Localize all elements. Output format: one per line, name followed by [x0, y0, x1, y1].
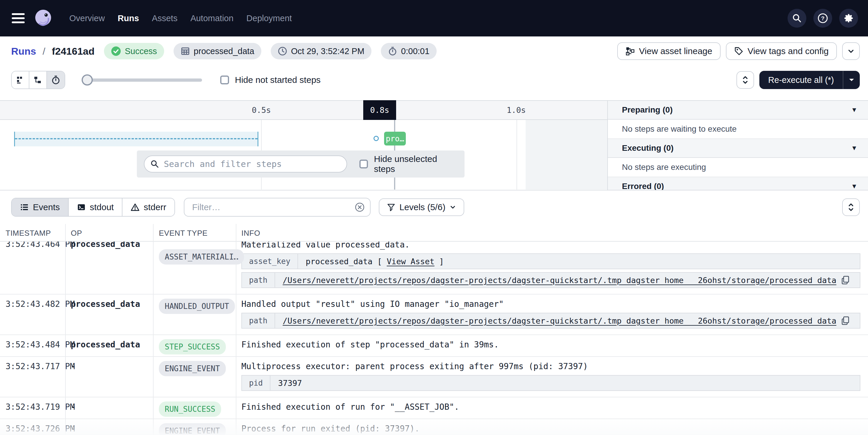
waterfall-view-icon [33, 76, 42, 84]
caret-down-icon [848, 78, 855, 82]
event-message: Process for run exited (pid: 37397). [241, 423, 860, 434]
slider-knob[interactable] [82, 75, 93, 86]
view-mode-waterfall-button[interactable] [29, 71, 47, 88]
table-row[interactable]: 3:52:43.719 PM - RUN_SUCCESS Finished ex… [0, 397, 868, 419]
stopwatch-icon [388, 47, 397, 56]
slider-track[interactable] [82, 79, 202, 82]
panel-section-preparing[interactable]: Preparing (0) ▼ [608, 101, 868, 120]
tab-stderr[interactable]: stderr [122, 198, 175, 216]
hide-unselected-checkbox[interactable] [360, 160, 368, 168]
panel-section-errored[interactable]: Errored (0) ▼ [608, 177, 868, 190]
log-filter-input[interactable] [184, 198, 371, 216]
nav-item-deployment[interactable]: Deployment [246, 13, 292, 23]
tab-events[interactable]: Events [12, 198, 69, 216]
menu-icon[interactable] [12, 13, 25, 23]
gantt-timeline: 0.5s 1.0s [0, 100, 607, 120]
col-timestamp: TIMESTAMP [6, 229, 51, 238]
run-id: f24161ad [52, 46, 95, 57]
run-header: Runs / f24161ad Success processed_data O… [0, 36, 868, 66]
event-timestamp: 3:52:43.717 PM [6, 361, 75, 371]
event-message: Handled output "result" using IO manager… [241, 299, 860, 310]
search-button[interactable] [787, 9, 806, 28]
expand-log-panel-button[interactable] [842, 198, 860, 216]
metadata-value: processed_data [ [306, 257, 382, 266]
view-asset-lineage-button[interactable]: View asset lineage [617, 42, 721, 60]
metadata-key: pid [242, 376, 271, 390]
expand-collapse-panels-button[interactable] [737, 71, 754, 89]
hide-unselected-checkline[interactable]: Hide unselected steps [360, 154, 458, 174]
breadcrumb-runs-link[interactable]: Runs [11, 46, 36, 57]
copy-icon[interactable] [841, 316, 850, 325]
clear-filter-icon[interactable] [355, 202, 365, 212]
view-asset-link[interactable]: View Asset [387, 257, 435, 266]
tag-icon [734, 47, 744, 56]
view-asset-lineage-label: View asset lineage [639, 46, 712, 56]
tab-stdout[interactable]: stdout [69, 198, 123, 216]
gridline [517, 120, 517, 190]
event-timestamp: 3:52:43.484 PM [6, 340, 75, 349]
panel-section-executing[interactable]: Executing (0) ▼ [608, 139, 868, 158]
post-run-region [526, 120, 607, 190]
panel-section-title: Executing (0) [622, 143, 674, 153]
path-link[interactable]: /Users/neverett/projects/repos/dagster-p… [283, 316, 837, 325]
nav-item-assets[interactable]: Assets [152, 13, 177, 23]
view-mode-timed-button[interactable] [47, 71, 65, 88]
hide-not-started-label: Hide not started steps [235, 75, 321, 85]
gantt-zoom-slider[interactable] [82, 75, 202, 86]
breadcrumb-separator: / [42, 46, 45, 57]
metadata-key: asset_key [242, 254, 298, 269]
event-message: Finished execution of step "processed_da… [241, 339, 860, 350]
settings-button[interactable] [839, 9, 858, 28]
help-button[interactable]: ? [813, 9, 832, 28]
table-row[interactable]: 3:52:43.484 PM processed_data STEP_SUCCE… [0, 335, 868, 357]
event-list-icon [20, 203, 29, 212]
svg-text:?: ? [821, 15, 825, 22]
asset-badge[interactable]: processed_data [174, 43, 261, 59]
run-actions-chevron-button[interactable] [842, 42, 860, 60]
reexecute-all-button[interactable]: Re-execute all (*) [760, 71, 843, 89]
path-link[interactable]: /Users/neverett/projects/repos/dagster-p… [283, 276, 837, 285]
levels-dropdown-button[interactable]: Levels (5/6) [379, 198, 464, 216]
events-toolbar: Events stdout stderr Levels (5/6) [0, 191, 868, 224]
view-tags-config-button[interactable]: View tags and config [726, 42, 837, 60]
event-op: - [71, 402, 76, 412]
step-search-input[interactable] [144, 155, 347, 173]
table-header: TIMESTAMP OP EVENT TYPE INFO [0, 224, 868, 241]
table-row[interactable]: 3:52:43.726 PM - ENGINE_EVENT Process fo… [0, 419, 868, 435]
copy-icon[interactable] [841, 276, 850, 285]
event-op: - [71, 424, 76, 434]
nav-item-runs[interactable]: Runs [118, 13, 139, 23]
caret-down-icon: ▼ [851, 144, 858, 152]
gantt-toolbar: Hide not started steps Re-execute all (*… [0, 66, 868, 94]
terminal-icon [77, 203, 86, 212]
hide-not-started-checkline[interactable]: Hide not started steps [220, 75, 321, 85]
column-divider [153, 224, 154, 435]
event-op: processed_data [71, 340, 140, 349]
table-row[interactable]: 3:52:43.482 PM processed_data HANDLED_OU… [0, 294, 868, 335]
step-bar-processed-data[interactable]: pro… [384, 132, 406, 145]
gantt-search-bar: Hide unselected steps [137, 150, 465, 177]
expand-vertical-icon [741, 75, 749, 85]
event-type-badge: ASSET_MATERIALI… [159, 249, 244, 264]
panel-section-title: Preparing (0) [622, 105, 673, 115]
table-row[interactable]: 3:52:43.717 PM - ENGINE_EVENT Multiproce… [0, 357, 868, 397]
metadata-row-path: path /Users/neverett/projects/repos/dags… [241, 272, 860, 288]
event-log-table: TIMESTAMP OP EVENT TYPE INFO 3:52:43.464… [0, 224, 868, 435]
metadata-row-pid: pid 37397 [241, 375, 860, 391]
view-mode-flat-button[interactable] [12, 71, 29, 88]
gantt-chart: 0.5s 1.0s 0.8s pro… Hide unselected step… [0, 94, 868, 191]
top-nav: Overview Runs Assets Automation Deployme… [0, 0, 868, 36]
panel-section-title: Errored (0) [622, 182, 664, 190]
chevron-down-icon [450, 204, 456, 210]
reexecute-menu-button[interactable] [843, 71, 860, 89]
dagster-logo-icon[interactable] [33, 8, 53, 28]
nav-item-automation[interactable]: Automation [190, 13, 234, 23]
event-type-badge: ENGINE_EVENT [159, 361, 226, 376]
step-waiting-span [14, 132, 258, 146]
event-type-badge: ENGINE_EVENT [159, 423, 226, 435]
hide-not-started-checkbox[interactable] [220, 76, 229, 84]
nav-item-overview[interactable]: Overview [69, 13, 105, 23]
table-row[interactable]: 3:52:43.464 PM processed_data ASSET_MATE… [0, 241, 868, 294]
col-event-type: EVENT TYPE [159, 229, 208, 238]
gear-icon [843, 12, 854, 24]
